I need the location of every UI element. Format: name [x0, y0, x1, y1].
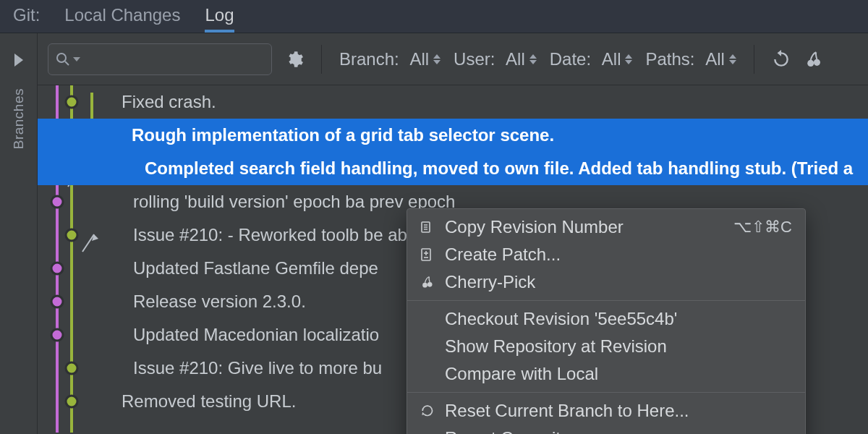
- filter-branch[interactable]: Branch: All: [339, 49, 441, 69]
- filter-date[interactable]: Date: All: [550, 49, 633, 69]
- menu-item-label: Reset Current Branch to Here...: [445, 401, 792, 421]
- toolbar-separator: [321, 45, 322, 74]
- svg-point-0: [57, 54, 66, 62]
- chevron-updown-icon: [529, 54, 537, 64]
- toolbar-separator: [754, 45, 754, 74]
- refresh-button[interactable]: [772, 50, 791, 69]
- cherry-icon: [804, 50, 822, 69]
- gear-icon: [285, 50, 304, 69]
- commit-message: Release version 2.3.0.: [38, 292, 306, 312]
- menu-copy-revision[interactable]: Copy Revision Number ⌥⇧⌘C: [407, 213, 805, 241]
- cherry-pick-button[interactable]: [804, 50, 822, 69]
- commit-message: Completed search field handling, moved t…: [38, 158, 853, 179]
- filter-user[interactable]: User: All: [454, 49, 537, 69]
- menu-item-label: Show Repository at Revision: [445, 336, 792, 357]
- menu-item-label: Compare with Local: [445, 364, 792, 384]
- log-toolbar: Branch: All User: All Date: All Paths:: [38, 33, 868, 85]
- search-history-chevron-icon[interactable]: [73, 57, 80, 61]
- commit-message: Rough implementation of a grid tab selec…: [38, 125, 554, 145]
- commit-row[interactable]: Fixed crash.: [38, 85, 868, 119]
- filter-paths-value: All: [705, 49, 725, 69]
- svg-point-2: [807, 59, 814, 66]
- patch-icon: [417, 247, 436, 262]
- menu-separator: [407, 300, 805, 301]
- commit-message: Updated Fastlane Gemfile depe: [38, 258, 378, 278]
- menu-show-repo-at-revision[interactable]: Show Repository at Revision: [407, 333, 805, 360]
- filter-branch-label: Branch:: [339, 49, 399, 69]
- commit-message: Updated Macedonian localizatio: [38, 325, 379, 345]
- search-input[interactable]: [85, 51, 268, 67]
- commit-row[interactable]: Completed search field handling, moved t…: [38, 152, 868, 185]
- menu-checkout-revision[interactable]: Checkout Revision '5ee55c4b': [407, 305, 805, 333]
- menu-separator: [407, 392, 805, 393]
- filter-user-label: User:: [454, 49, 495, 69]
- commit-context-menu: Copy Revision Number ⌥⇧⌘C Create Patch..…: [407, 208, 806, 434]
- cherry-icon: [417, 275, 436, 289]
- filter-user-value: All: [506, 49, 525, 69]
- tab-log[interactable]: Log: [205, 5, 234, 33]
- commit-message: Issue #210: Give live to more bu: [38, 358, 382, 378]
- expand-rail-icon[interactable]: [14, 54, 23, 67]
- commit-message: rolling 'build version' epoch ba prev ep…: [38, 192, 455, 212]
- menu-item-label: Checkout Revision '5ee55c4b': [445, 309, 792, 329]
- menu-reset-branch[interactable]: Reset Current Branch to Here...: [407, 397, 805, 425]
- chevron-updown-icon: [625, 54, 632, 64]
- filter-paths-label: Paths:: [645, 49, 694, 69]
- search-icon: [56, 52, 70, 67]
- menu-item-shortcut: ⌥⇧⌘C: [733, 218, 792, 237]
- svg-point-3: [814, 59, 820, 65]
- chevron-updown-icon: [433, 54, 441, 64]
- svg-point-24: [427, 282, 433, 287]
- left-rail: Branches: [0, 33, 38, 434]
- menu-item-label: Revert Commit: [445, 428, 792, 434]
- commit-message: Fixed crash.: [38, 92, 216, 112]
- menu-compare-with-local[interactable]: Compare with Local: [407, 360, 805, 388]
- settings-button[interactable]: [285, 50, 304, 69]
- filter-branch-value: All: [409, 49, 429, 69]
- filter-paths[interactable]: Paths: All: [645, 49, 736, 69]
- svg-line-1: [65, 61, 69, 65]
- filter-date-value: All: [602, 49, 621, 69]
- menu-item-label: Copy Revision Number: [445, 217, 725, 237]
- tab-local-changes[interactable]: Local Changes: [64, 5, 180, 33]
- vcs-title: Git:: [13, 5, 40, 33]
- menu-revert-commit[interactable]: Revert Commit: [407, 425, 805, 434]
- copy-icon: [417, 220, 436, 234]
- undo-icon: [417, 404, 436, 418]
- rail-branches-label[interactable]: Branches: [11, 88, 27, 149]
- vcs-tabbar: Git: Local Changes Log: [0, 0, 868, 33]
- menu-cherry-pick[interactable]: Cherry-Pick: [407, 268, 805, 296]
- refresh-icon: [772, 50, 791, 69]
- menu-item-label: Cherry-Pick: [445, 272, 792, 292]
- commit-message: Removed testing URL.: [38, 391, 296, 412]
- commit-message: Issue #210: - Reworked toolb be able to …: [38, 225, 460, 245]
- menu-create-patch[interactable]: Create Patch...: [407, 241, 805, 268]
- chevron-updown-icon: [729, 54, 736, 64]
- commit-row[interactable]: Rough implementation of a grid tab selec…: [38, 119, 868, 152]
- svg-point-23: [422, 283, 427, 288]
- menu-item-label: Create Patch...: [445, 244, 792, 265]
- log-search[interactable]: [48, 43, 272, 75]
- filter-date-label: Date:: [550, 49, 591, 69]
